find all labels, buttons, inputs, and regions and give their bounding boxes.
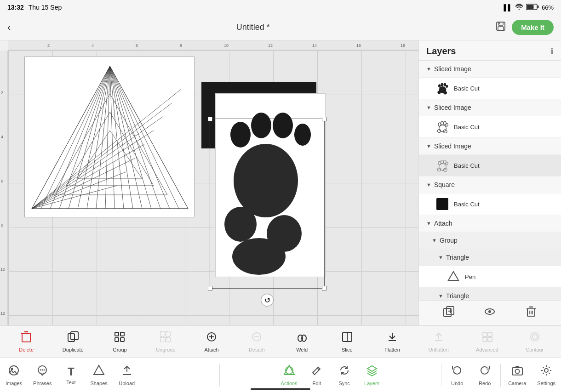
slice-button[interactable]: Slice: [334, 330, 360, 354]
svg-line-30: [78, 66, 110, 209]
actions-nav[interactable]: Actions: [275, 361, 303, 390]
save-icon[interactable]: [495, 21, 506, 34]
weld-button[interactable]: Weld: [289, 330, 315, 354]
svg-point-140: [515, 369, 519, 373]
svg-line-41: [110, 66, 179, 209]
group-header[interactable]: ▼ Group: [419, 232, 561, 249]
detach-icon: [251, 331, 262, 345]
svg-point-55: [230, 122, 251, 148]
svg-rect-107: [166, 332, 171, 336]
basic-cut-item-4[interactable]: Basic Cut: [419, 193, 561, 215]
basic-cut-item-3[interactable]: Basic Cut: [419, 155, 561, 176]
basic-cut-label-3: Basic Cut: [454, 162, 480, 169]
pen-label: Pen: [465, 273, 475, 280]
nav-divider-2: [441, 364, 441, 386]
duplicate-button[interactable]: Duplicate: [59, 330, 87, 354]
bottom-toolbar: Delete Duplicate Group Ungroup Attach De…: [0, 325, 561, 358]
handle-tl[interactable]: [208, 117, 212, 121]
svg-point-56: [251, 113, 271, 138]
advanced-button[interactable]: Advanced: [472, 330, 502, 354]
text-nav[interactable]: T Text: [57, 362, 85, 389]
sync-nav[interactable]: Sync: [331, 361, 358, 390]
svg-point-64: [441, 83, 444, 86]
edit-nav[interactable]: Edit: [303, 361, 331, 390]
svg-point-63: [438, 84, 441, 87]
header: ‹ Untitled * Make It: [0, 15, 561, 40]
basic-cut-item-2[interactable]: Basic Cut: [419, 116, 561, 138]
svg-line-29: [69, 66, 110, 209]
slice-label: Slice: [342, 347, 353, 352]
layers-nav[interactable]: Layers: [358, 361, 386, 390]
duplicate-icon[interactable]: [443, 306, 455, 320]
eye-icon[interactable]: [484, 306, 496, 320]
home-indicator: [251, 388, 310, 390]
svg-text:8: 8: [1, 223, 3, 227]
unflatten-button[interactable]: Unflatten: [425, 330, 452, 354]
chevron-icon-7: ▼: [438, 255, 443, 260]
battery-pct: 66%: [542, 4, 554, 11]
phrases-nav[interactable]: Phrases: [28, 361, 57, 390]
basic-cut-item-1[interactable]: Basic Cut: [419, 78, 561, 99]
layers-panel: Layers ℹ ▼ Sliced Image Basic Cut ▼ Slic…: [418, 40, 561, 325]
svg-point-131: [42, 369, 43, 370]
actions-icon: [283, 364, 295, 379]
paw-artwork[interactable]: 3.91 in × 4.17 in ↺: [201, 82, 330, 293]
info-icon[interactable]: ℹ: [550, 46, 554, 57]
sliced-image-header-3[interactable]: ▼ Sliced Image: [419, 138, 561, 155]
back-button[interactable]: ‹: [7, 22, 11, 34]
svg-text:6: 6: [1, 179, 3, 183]
images-label: Images: [6, 381, 22, 386]
undo-icon: [451, 364, 463, 379]
svg-line-28: [59, 66, 110, 209]
svg-rect-4: [498, 22, 503, 25]
trash-icon[interactable]: [525, 306, 537, 320]
handle-br[interactable]: [322, 286, 326, 290]
edit-label: Edit: [312, 381, 321, 386]
contour-button[interactable]: Contour: [522, 330, 547, 354]
sliced-image-header-2[interactable]: ▼ Sliced Image: [419, 99, 561, 116]
triangle-artwork[interactable]: [24, 57, 195, 217]
attach-label: Attach: [205, 347, 219, 352]
settings-nav[interactable]: Settings: [532, 361, 561, 390]
flatten-button[interactable]: Flatten: [380, 330, 405, 354]
make-it-button[interactable]: Make It: [512, 20, 554, 35]
sliced-image-header-1[interactable]: ▼ Sliced Image: [419, 61, 561, 78]
triangle-header-1[interactable]: ▼ Triangle: [419, 249, 561, 266]
triangle-svg: [25, 57, 195, 218]
camera-nav[interactable]: Camera: [503, 361, 532, 390]
header-actions: Make It: [495, 20, 554, 35]
svg-rect-124: [488, 337, 492, 341]
handle-bl[interactable]: [208, 286, 212, 290]
upload-nav[interactable]: Upload: [113, 361, 141, 390]
sync-label: Sync: [338, 381, 349, 386]
svg-rect-105: [120, 338, 124, 341]
canvas-area[interactable]: 3.91 in × 4.17 in ↺: [8, 40, 418, 325]
svg-line-40: [110, 66, 170, 209]
detach-button[interactable]: Detach: [244, 330, 269, 354]
flatten-label: Flatten: [384, 347, 400, 352]
svg-point-58: [294, 124, 311, 146]
undo-nav[interactable]: Undo: [443, 361, 471, 390]
paw-icon-2: [435, 120, 449, 134]
pen-item[interactable]: Pen: [419, 266, 561, 288]
triangle-label-1: Triangle: [446, 254, 469, 261]
delete-button[interactable]: Delete: [14, 330, 39, 354]
ungroup-button[interactable]: Ungroup: [152, 330, 179, 354]
redo-nav[interactable]: Redo: [471, 361, 498, 390]
square-header[interactable]: ▼ Square: [419, 176, 561, 193]
phrases-icon: [36, 364, 48, 379]
attach-header[interactable]: ▼ Attach: [419, 215, 561, 232]
group-button[interactable]: Group: [107, 330, 132, 354]
svg-text:12: 12: [0, 311, 5, 316]
rotate-handle[interactable]: ↺: [261, 294, 274, 307]
images-nav[interactable]: Images: [0, 361, 28, 390]
svg-line-27: [50, 66, 110, 209]
svg-point-71: [441, 122, 444, 125]
attach-button[interactable]: Attach: [199, 330, 224, 354]
triangle-pen-icon: [447, 270, 460, 284]
slice-icon: [342, 331, 353, 345]
shapes-nav[interactable]: Shapes: [85, 361, 113, 390]
layers-label: Layers: [364, 381, 379, 386]
svg-marker-133: [94, 365, 104, 375]
handle-tr[interactable]: [322, 117, 326, 121]
